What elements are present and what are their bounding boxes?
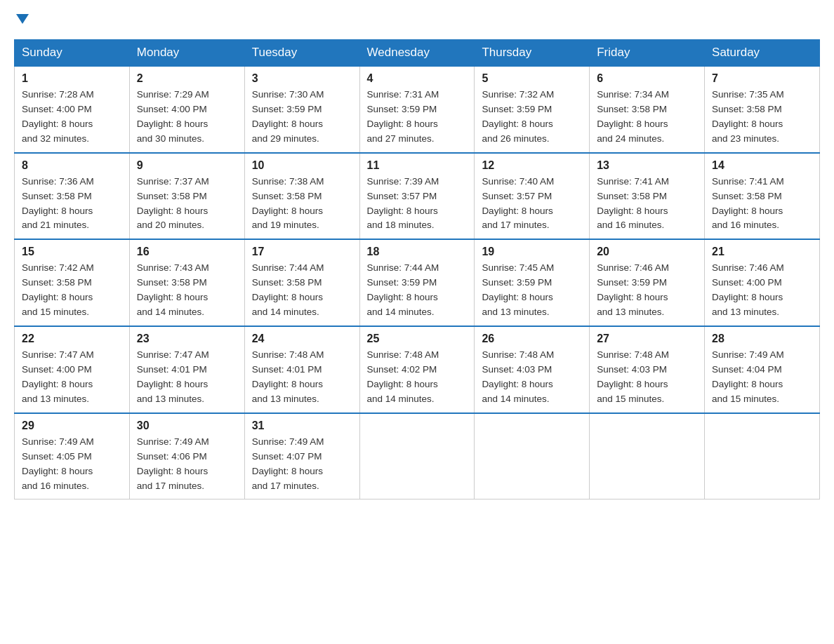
day-number: 17	[252, 246, 352, 258]
page-header	[14, 14, 820, 25]
week-row-4: 22Sunrise: 7:47 AMSunset: 4:00 PMDayligh…	[15, 326, 820, 413]
day-info: Sunrise: 7:36 AMSunset: 3:58 PMDaylight:…	[22, 175, 122, 234]
col-header-sunday: Sunday	[15, 40, 130, 67]
calendar-cell: 4Sunrise: 7:31 AMSunset: 3:59 PMDaylight…	[359, 66, 475, 153]
calendar-cell: 10Sunrise: 7:38 AMSunset: 3:58 PMDayligh…	[244, 153, 359, 240]
calendar-cell: 5Sunrise: 7:32 AMSunset: 3:59 PMDaylight…	[475, 66, 590, 153]
day-info: Sunrise: 7:39 AMSunset: 3:57 PMDaylight:…	[367, 175, 468, 234]
calendar-cell: 11Sunrise: 7:39 AMSunset: 3:57 PMDayligh…	[359, 153, 475, 240]
calendar-cell: 6Sunrise: 7:34 AMSunset: 3:58 PMDaylight…	[590, 66, 705, 153]
col-header-thursday: Thursday	[475, 40, 590, 67]
calendar-cell	[590, 413, 705, 499]
day-number: 20	[597, 246, 697, 258]
day-info: Sunrise: 7:43 AMSunset: 3:58 PMDaylight:…	[137, 261, 237, 320]
day-info: Sunrise: 7:48 AMSunset: 4:01 PMDaylight:…	[252, 348, 352, 407]
calendar-cell: 30Sunrise: 7:49 AMSunset: 4:06 PMDayligh…	[129, 413, 244, 499]
day-info: Sunrise: 7:28 AMSunset: 4:00 PMDaylight:…	[22, 88, 122, 147]
week-row-3: 15Sunrise: 7:42 AMSunset: 3:58 PMDayligh…	[15, 239, 820, 326]
calendar-cell: 26Sunrise: 7:48 AMSunset: 4:03 PMDayligh…	[475, 326, 590, 413]
week-row-5: 29Sunrise: 7:49 AMSunset: 4:05 PMDayligh…	[15, 413, 820, 499]
calendar-cell	[359, 413, 475, 499]
calendar-cell: 1Sunrise: 7:28 AMSunset: 4:00 PMDaylight…	[15, 66, 130, 153]
day-info: Sunrise: 7:31 AMSunset: 3:59 PMDaylight:…	[367, 88, 468, 147]
logo	[14, 14, 29, 25]
col-header-friday: Friday	[590, 40, 705, 67]
logo-arrow-icon	[16, 14, 29, 24]
col-header-saturday: Saturday	[705, 40, 820, 67]
calendar-cell: 15Sunrise: 7:42 AMSunset: 3:58 PMDayligh…	[15, 239, 130, 326]
day-number: 11	[367, 159, 468, 172]
calendar-cell: 23Sunrise: 7:47 AMSunset: 4:01 PMDayligh…	[129, 326, 244, 413]
calendar-header-row: SundayMondayTuesdayWednesdayThursdayFrid…	[15, 40, 820, 67]
col-header-monday: Monday	[129, 40, 244, 67]
calendar-cell: 31Sunrise: 7:49 AMSunset: 4:07 PMDayligh…	[244, 413, 359, 499]
day-info: Sunrise: 7:47 AMSunset: 4:01 PMDaylight:…	[137, 348, 237, 407]
calendar-cell: 20Sunrise: 7:46 AMSunset: 3:59 PMDayligh…	[590, 239, 705, 326]
day-number: 21	[712, 246, 812, 258]
day-info: Sunrise: 7:40 AMSunset: 3:57 PMDaylight:…	[482, 175, 582, 234]
day-info: Sunrise: 7:42 AMSunset: 3:58 PMDaylight:…	[22, 261, 122, 320]
calendar-cell: 7Sunrise: 7:35 AMSunset: 3:58 PMDaylight…	[705, 66, 820, 153]
day-number: 22	[22, 333, 122, 345]
calendar-cell: 21Sunrise: 7:46 AMSunset: 4:00 PMDayligh…	[705, 239, 820, 326]
day-info: Sunrise: 7:30 AMSunset: 3:59 PMDaylight:…	[252, 88, 352, 147]
day-number: 19	[482, 246, 582, 258]
day-info: Sunrise: 7:48 AMSunset: 4:03 PMDaylight:…	[482, 348, 582, 407]
day-number: 13	[597, 159, 697, 172]
week-row-2: 8Sunrise: 7:36 AMSunset: 3:58 PMDaylight…	[15, 153, 820, 240]
day-info: Sunrise: 7:41 AMSunset: 3:58 PMDaylight:…	[597, 175, 697, 234]
calendar-cell	[475, 413, 590, 499]
calendar-cell: 19Sunrise: 7:45 AMSunset: 3:59 PMDayligh…	[475, 239, 590, 326]
day-number: 16	[137, 246, 237, 258]
day-info: Sunrise: 7:35 AMSunset: 3:58 PMDaylight:…	[712, 88, 812, 147]
day-info: Sunrise: 7:46 AMSunset: 4:00 PMDaylight:…	[712, 261, 812, 320]
day-number: 25	[367, 333, 468, 345]
day-number: 26	[482, 333, 582, 345]
day-number: 4	[367, 72, 468, 85]
day-info: Sunrise: 7:38 AMSunset: 3:58 PMDaylight:…	[252, 175, 352, 234]
day-info: Sunrise: 7:44 AMSunset: 3:59 PMDaylight:…	[367, 261, 468, 320]
day-info: Sunrise: 7:46 AMSunset: 3:59 PMDaylight:…	[597, 261, 697, 320]
calendar-cell: 17Sunrise: 7:44 AMSunset: 3:58 PMDayligh…	[244, 239, 359, 326]
calendar-cell: 22Sunrise: 7:47 AMSunset: 4:00 PMDayligh…	[15, 326, 130, 413]
calendar-cell: 3Sunrise: 7:30 AMSunset: 3:59 PMDaylight…	[244, 66, 359, 153]
calendar-cell: 14Sunrise: 7:41 AMSunset: 3:58 PMDayligh…	[705, 153, 820, 240]
day-number: 14	[712, 159, 812, 172]
calendar-cell: 8Sunrise: 7:36 AMSunset: 3:58 PMDaylight…	[15, 153, 130, 240]
calendar-cell	[705, 413, 820, 499]
day-info: Sunrise: 7:41 AMSunset: 3:58 PMDaylight:…	[712, 175, 812, 234]
day-number: 30	[137, 420, 237, 432]
calendar-cell: 13Sunrise: 7:41 AMSunset: 3:58 PMDayligh…	[590, 153, 705, 240]
week-row-1: 1Sunrise: 7:28 AMSunset: 4:00 PMDaylight…	[15, 66, 820, 153]
day-number: 10	[252, 159, 352, 172]
day-number: 29	[22, 420, 122, 432]
day-number: 31	[252, 420, 352, 432]
day-info: Sunrise: 7:48 AMSunset: 4:03 PMDaylight:…	[597, 348, 697, 407]
day-number: 1	[22, 72, 122, 85]
day-info: Sunrise: 7:29 AMSunset: 4:00 PMDaylight:…	[137, 88, 237, 147]
day-number: 5	[482, 72, 582, 85]
day-number: 2	[137, 72, 237, 85]
day-number: 7	[712, 72, 812, 85]
col-header-wednesday: Wednesday	[359, 40, 475, 67]
day-number: 27	[597, 333, 697, 345]
day-number: 15	[22, 246, 122, 258]
day-info: Sunrise: 7:49 AMSunset: 4:05 PMDaylight:…	[22, 435, 122, 494]
day-number: 6	[597, 72, 697, 85]
day-number: 18	[367, 246, 468, 258]
day-number: 8	[22, 159, 122, 172]
day-info: Sunrise: 7:49 AMSunset: 4:07 PMDaylight:…	[252, 435, 352, 494]
calendar-cell: 29Sunrise: 7:49 AMSunset: 4:05 PMDayligh…	[15, 413, 130, 499]
day-info: Sunrise: 7:49 AMSunset: 4:06 PMDaylight:…	[137, 435, 237, 494]
day-number: 3	[252, 72, 352, 85]
day-info: Sunrise: 7:44 AMSunset: 3:58 PMDaylight:…	[252, 261, 352, 320]
logo-blue	[14, 14, 29, 25]
day-number: 24	[252, 333, 352, 345]
calendar-table: SundayMondayTuesdayWednesdayThursdayFrid…	[14, 39, 820, 499]
day-info: Sunrise: 7:49 AMSunset: 4:04 PMDaylight:…	[712, 348, 812, 407]
day-info: Sunrise: 7:45 AMSunset: 3:59 PMDaylight:…	[482, 261, 582, 320]
col-header-tuesday: Tuesday	[244, 40, 359, 67]
calendar-cell: 9Sunrise: 7:37 AMSunset: 3:58 PMDaylight…	[129, 153, 244, 240]
calendar-cell: 25Sunrise: 7:48 AMSunset: 4:02 PMDayligh…	[359, 326, 475, 413]
calendar-cell: 2Sunrise: 7:29 AMSunset: 4:00 PMDaylight…	[129, 66, 244, 153]
